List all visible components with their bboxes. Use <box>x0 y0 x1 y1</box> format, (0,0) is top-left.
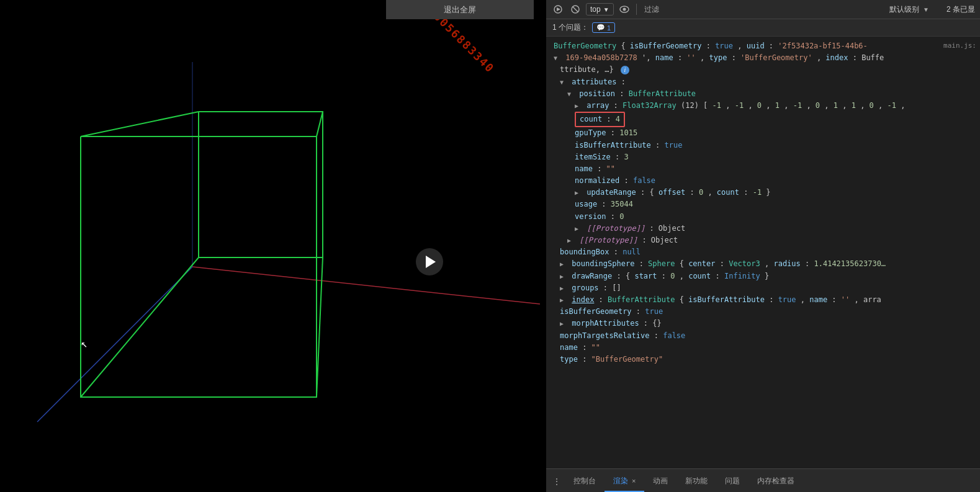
devtools-bottom-tabs: ⋮ 控制台 渲染 × 动画 新功能 问题 内存检查器 <box>546 468 980 492</box>
svg-line-0 <box>192 267 540 304</box>
record-button[interactable] <box>551 2 565 16</box>
issues-badge-icon: 💬 <box>596 24 605 32</box>
count-line: count : 4 <box>552 112 974 127</box>
issues-text: 1 个问题： <box>552 22 588 33</box>
morph-targets-line: morphTargetsRelative : false <box>552 330 974 342</box>
normalized-line: normalized : false <box>552 175 974 187</box>
is-buffer-attribute-line: isBufferAttribute : true <box>552 140 974 151</box>
top-label: top <box>590 5 601 14</box>
svg-line-10 <box>573 7 578 12</box>
devtools-content: main.js: BufferGeometry { isBufferGeomet… <box>546 37 980 468</box>
tab-animation-label: 动画 <box>653 476 668 486</box>
svg-line-5 <box>317 257 323 397</box>
expand-draw-range[interactable] <box>560 271 567 282</box>
expand-update-range[interactable] <box>575 187 582 199</box>
count-highlighted: count : 4 <box>575 112 625 127</box>
filter-label: 过滤 <box>644 4 659 15</box>
issues-bar: 1 个问题： 💬 1 <box>546 19 980 37</box>
attributes-line: attributes : <box>552 76 974 88</box>
expand-buffer-geometry[interactable] <box>554 52 561 64</box>
ttribute-line: ttribute, …} i <box>552 64 974 76</box>
info-icon[interactable]: i <box>621 66 629 74</box>
version-line: version : 0 <box>552 211 974 223</box>
bounding-sphere-line: boundingSphere : Sphere { center : Vecto… <box>552 258 974 270</box>
expand-bounding-sphere[interactable] <box>560 258 567 270</box>
draw-range-line: drawRange : { start : 0 , count : Infini… <box>552 271 974 282</box>
svg-point-12 <box>623 8 626 11</box>
tab-render-close[interactable]: × <box>632 477 636 485</box>
type-line: type : "BufferGeometry" <box>552 354 974 365</box>
separator-1 <box>636 4 637 15</box>
buffer-geometry-line: BufferGeometry { isBufferGeometry : true… <box>552 40 974 52</box>
svg-line-1 <box>37 267 192 422</box>
tab-issues-label: 问题 <box>725 476 740 486</box>
tab-console[interactable]: 控制台 <box>565 471 605 492</box>
canvas-area: 退出全屏 18260056883340 ↖ <box>0 0 546 492</box>
item-size-line: itemSize : 3 <box>552 151 974 163</box>
uuid-continuation-line: 169-9e4a058b7278 ', name : '' , type : '… <box>552 52 974 64</box>
three-dots-menu[interactable]: ⋮ <box>549 471 565 492</box>
expand-proto2[interactable] <box>567 235 575 246</box>
tab-new-features-label: 新功能 <box>685 476 708 486</box>
tab-animation[interactable]: 动画 <box>644 471 677 492</box>
expand-index[interactable] <box>560 294 567 306</box>
expand-position[interactable] <box>567 88 575 100</box>
top-arrow: ▼ <box>603 6 609 13</box>
tab-new-features[interactable]: 新功能 <box>677 471 716 492</box>
index-line: index : BufferAttribute { isBufferAttrib… <box>552 294 974 306</box>
issues-badge[interactable]: 💬 1 <box>592 22 615 33</box>
groups-line: groups : [] <box>552 282 974 294</box>
tab-memory-inspector[interactable]: 内存检查器 <box>748 471 803 492</box>
issues-badge-count: 1 <box>607 24 611 32</box>
svg-line-6 <box>81 257 199 397</box>
source-link: main.js: <box>943 40 976 51</box>
buffer-geometry-class: BufferGeometry <box>554 42 621 50</box>
level-arrow[interactable]: ▼ <box>923 6 929 13</box>
proto2-line: [[Prototype]] : Object <box>552 235 974 246</box>
position-line: position : BufferAttribute <box>552 88 974 100</box>
proto1-line: [[Prototype]] : Object <box>552 223 974 235</box>
is-buffer-geometry-line: isBufferGeometry : true <box>552 306 974 318</box>
3d-scene <box>0 0 546 492</box>
name2-line: name : "" <box>552 342 974 354</box>
expand-attributes[interactable] <box>560 76 567 88</box>
block-button[interactable] <box>569 2 582 16</box>
expand-proto1[interactable] <box>575 223 582 235</box>
morph-attributes-line: morphAttributes : {} <box>552 318 974 329</box>
expand-array[interactable] <box>575 100 582 112</box>
top-selector[interactable]: top ▼ <box>586 3 614 16</box>
array-line: array : Float32Array (12) [ -1 , -1 , 0 … <box>552 100 974 112</box>
play-button[interactable] <box>416 248 443 275</box>
gputype-line: gpuType : 1015 <box>552 127 974 139</box>
tab-render-label: 渲染 <box>613 476 628 486</box>
level-selector[interactable]: 默认级别 <box>889 4 919 15</box>
update-range-line: updateRange : { offset : 0 , count : -1 … <box>552 187 974 199</box>
bounding-box-line: boundingBox : null <box>552 246 974 258</box>
usage-line: usage : 35044 <box>552 199 974 210</box>
devtools-toolbar: top ▼ 过滤 默认级别 ▼ 2 条已显 <box>546 0 980 19</box>
visibility-button[interactable] <box>618 2 631 16</box>
svg-marker-8 <box>557 7 560 11</box>
name-line: name : "" <box>552 163 974 175</box>
expand-morph-attributes[interactable] <box>560 318 567 329</box>
tab-issues[interactable]: 问题 <box>716 471 748 492</box>
exit-fullscreen-label: 退出全屏 <box>444 4 476 16</box>
exit-fullscreen-button[interactable]: 退出全屏 <box>386 0 534 19</box>
expand-groups[interactable] <box>560 282 567 294</box>
tab-render[interactable]: 渲染 × <box>605 471 644 492</box>
svg-line-4 <box>317 112 323 136</box>
tab-memory-inspector-label: 内存检查器 <box>757 476 794 486</box>
issues-count-label: 2 条已显 <box>946 4 975 15</box>
devtools-panel: top ▼ 过滤 默认级别 ▼ 2 条已显 1 个问题： 💬 1 main.js… <box>546 0 980 492</box>
svg-line-3 <box>81 112 199 136</box>
tab-console-label: 控制台 <box>573 476 596 486</box>
